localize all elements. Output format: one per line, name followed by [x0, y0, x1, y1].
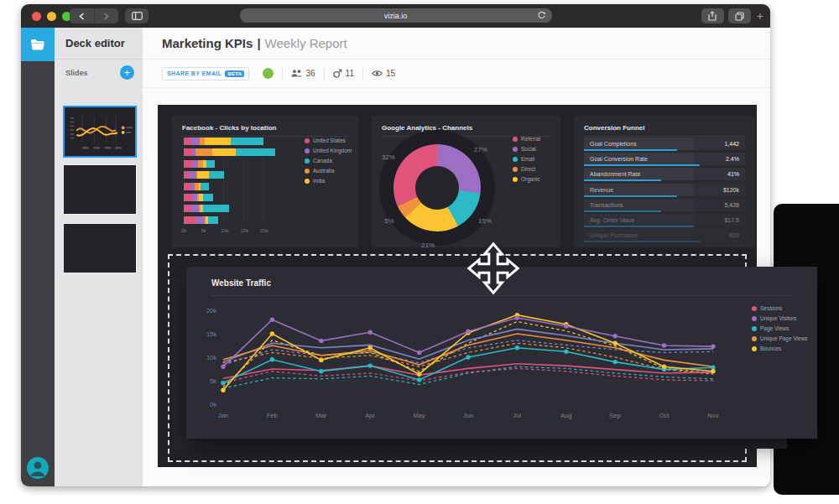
- funnel-row: Abandonment Rate41%: [584, 168, 745, 180]
- chevron-right-icon: [103, 13, 109, 20]
- legend-item: Unique Page Views: [752, 335, 808, 341]
- legend-label: Page Views: [760, 325, 789, 331]
- beta-badge: BETA: [225, 70, 244, 77]
- svg-text:Oct: Oct: [659, 412, 670, 419]
- close-window-button[interactable]: [32, 12, 41, 21]
- metric-value: $17.5: [694, 214, 745, 226]
- legend-item: Bounces: [752, 346, 808, 351]
- svg-text:May: May: [414, 412, 425, 419]
- chart-title: Conversion Funnel: [574, 116, 755, 136]
- metric-label: Avg. Order Value: [584, 214, 694, 226]
- slides-label: Slides: [65, 69, 88, 77]
- viewers-stat: 36: [291, 69, 315, 78]
- legend-label: United States: [313, 138, 346, 143]
- tabs-icon: [735, 12, 744, 21]
- bar-segment: [192, 194, 198, 201]
- funnel-table: Goal Completions1,442Goal Conversion Rat…: [584, 138, 745, 244]
- legend-item: Australia: [305, 168, 352, 174]
- bar-segment: [184, 216, 195, 224]
- tabs-overview-button[interactable]: [728, 8, 751, 23]
- legend-item: Direct: [513, 166, 540, 172]
- bar-segment: [195, 148, 212, 156]
- donut-hole: [415, 166, 459, 210]
- legend-dot: [305, 158, 310, 164]
- slide-thumbnail-1[interactable]: [63, 106, 137, 158]
- legend-item: Social: [513, 146, 540, 152]
- metric-progress-bar: [584, 241, 700, 242]
- address-bar[interactable]: vizia.io: [240, 8, 552, 23]
- website-traffic-line-chart: 0k5k10k15k20kJanFebMarAprMayJunJulAugSep…: [200, 299, 737, 429]
- person-icon: [27, 457, 49, 479]
- legend-dot: [305, 179, 310, 184]
- legend-dot: [752, 326, 757, 331]
- metric-progress-bar: [584, 195, 677, 197]
- conversion-funnel-panel[interactable]: Conversion Funnel Goal Completions1,442G…: [574, 116, 755, 247]
- bar: [184, 171, 301, 179]
- legend-label: Organic: [521, 176, 540, 182]
- panel-title: Deck editor: [55, 28, 143, 60]
- deck-toolbar: SHARE BY EMAIL BETA 36 11 15: [143, 60, 770, 88]
- bar-segment: [190, 171, 196, 179]
- facebook-legend: United StatesUnited KingdomCanadaAustral…: [305, 138, 352, 188]
- channels-legend: ReferralSocialEmailDirectOrganic: [513, 136, 540, 186]
- sidebar-toggle-button[interactable]: [125, 8, 149, 23]
- bar-segment: [206, 160, 215, 168]
- legend-item: United Kingdom: [305, 148, 352, 153]
- line-chart-svg: 0k5k10k15k20kJanFebMarAprMayJunJulAugSep…: [200, 299, 737, 429]
- legend-label: Direct: [521, 166, 535, 172]
- share-by-email-button[interactable]: SHARE BY EMAIL BETA: [162, 67, 249, 81]
- links-stat: 11: [333, 69, 354, 78]
- folder-icon: [30, 39, 45, 50]
- bar: [184, 205, 301, 212]
- slide-thumbnail-2[interactable]: [63, 164, 137, 215]
- funnel-row: Goal Completions1,442: [584, 138, 745, 150]
- new-tab-button[interactable]: +: [755, 8, 763, 23]
- bar-segment: [203, 205, 229, 212]
- slide-thumbnail-3[interactable]: [63, 223, 137, 273]
- minimize-window-button[interactable]: [47, 12, 56, 21]
- slice-percentage-label: 21%: [421, 242, 435, 249]
- legend-item: Organic: [513, 176, 540, 182]
- link-icon: [333, 69, 342, 78]
- svg-text:10k: 10k: [206, 354, 216, 361]
- slice-percentage-label: 15%: [478, 216, 492, 224]
- add-slide-button[interactable]: +: [120, 65, 134, 80]
- chevron-left-icon: [79, 13, 85, 20]
- website-traffic-legend: SessionsUnique VisitorsPage ViewsUnique …: [752, 305, 808, 356]
- sidebar-icon: [132, 12, 143, 20]
- reload-icon[interactable]: [537, 11, 546, 20]
- facebook-clicks-panel[interactable]: Facebook - Clicks by location 0k5k10k15k…: [172, 116, 358, 247]
- metric-value: 2.4%: [694, 153, 745, 165]
- share-by-email-label: SHARE BY EMAIL: [167, 70, 221, 76]
- bar-segment: [184, 194, 192, 201]
- user-avatar[interactable]: [27, 457, 49, 479]
- bar-segment: [184, 171, 190, 179]
- forward-button[interactable]: [94, 8, 119, 23]
- browser-chrome: vizia.io +: [21, 4, 770, 28]
- metric-label: Revenue: [584, 184, 694, 196]
- svg-text:Aug: Aug: [560, 412, 571, 419]
- deck-subtitle: Weekly Report: [265, 36, 347, 50]
- legend-dot: [513, 147, 518, 152]
- bar-segment: [184, 148, 192, 156]
- bar-segment: [190, 138, 201, 145]
- metric-label: Goal Conversion Rate: [584, 153, 694, 165]
- svg-text:Mar: Mar: [315, 412, 326, 419]
- legend-label: Unique Visitors: [760, 315, 797, 321]
- bar: [184, 194, 301, 201]
- legend-label: Social: [521, 146, 536, 152]
- bar: [184, 216, 301, 224]
- svg-text:Jun: Jun: [463, 412, 473, 419]
- svg-text:15k: 15k: [206, 330, 216, 338]
- share-page-button[interactable]: [701, 8, 724, 23]
- people-icon: [291, 70, 302, 77]
- chart-title: Facebook - Clicks by location: [172, 116, 358, 136]
- legend-label: India: [313, 178, 325, 184]
- back-button[interactable]: [70, 8, 94, 23]
- move-cursor-icon[interactable]: [466, 242, 520, 295]
- ga-channels-panel[interactable]: Google Analytics - Channels 27%15%21%5%3…: [372, 116, 560, 247]
- metric-label: Goal Completions: [584, 138, 694, 150]
- sidebar-item-decks[interactable]: [21, 28, 55, 61]
- bar-segment: [192, 160, 199, 168]
- toolbar-divider: [282, 68, 283, 80]
